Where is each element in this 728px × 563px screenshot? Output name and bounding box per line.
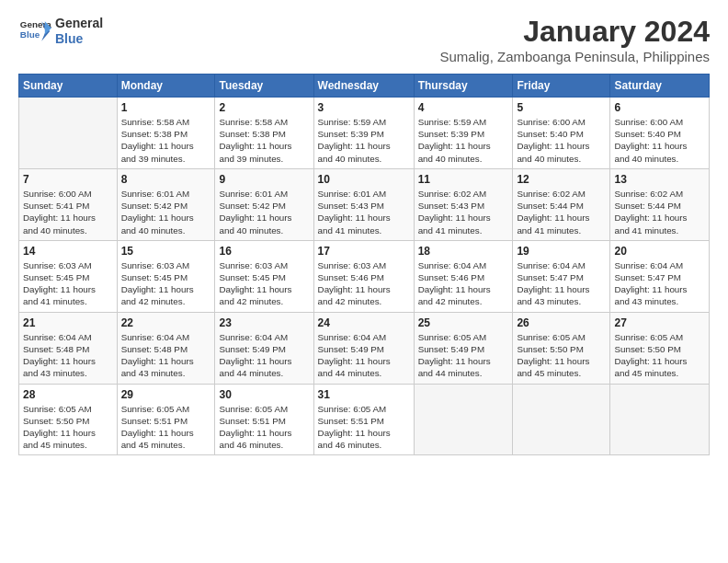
day-number: 19 bbox=[517, 245, 606, 258]
calendar-header: SundayMondayTuesdayWednesdayThursdayFrid… bbox=[19, 75, 710, 98]
day-info: Sunrise: 6:04 AMSunset: 5:47 PMDaylight:… bbox=[517, 259, 606, 308]
day-number: 5 bbox=[517, 101, 606, 114]
calendar-cell: 15Sunrise: 6:03 AMSunset: 5:45 PMDayligh… bbox=[117, 240, 215, 312]
day-number: 12 bbox=[517, 173, 606, 186]
logo-blue: Blue bbox=[55, 31, 103, 47]
day-info: Sunrise: 5:59 AMSunset: 5:39 PMDaylight:… bbox=[418, 116, 509, 165]
day-header-tuesday: Tuesday bbox=[215, 75, 313, 98]
calendar-cell bbox=[19, 98, 118, 169]
logo-icon: General Blue bbox=[18, 15, 51, 48]
calendar-week-5: 28Sunrise: 6:05 AMSunset: 5:50 PMDayligh… bbox=[19, 384, 710, 455]
day-number: 1 bbox=[121, 101, 211, 114]
day-info: Sunrise: 6:01 AMSunset: 5:42 PMDaylight:… bbox=[121, 188, 211, 236]
calendar-cell: 23Sunrise: 6:04 AMSunset: 5:49 PMDayligh… bbox=[215, 312, 313, 384]
day-number: 27 bbox=[614, 316, 705, 329]
logo: General Blue General Blue bbox=[18, 15, 103, 48]
calendar-cell: 21Sunrise: 6:04 AMSunset: 5:48 PMDayligh… bbox=[19, 312, 118, 384]
calendar: SundayMondayTuesdayWednesdayThursdayFrid… bbox=[18, 74, 710, 455]
day-info: Sunrise: 6:04 AMSunset: 5:48 PMDaylight:… bbox=[121, 331, 211, 380]
day-info: Sunrise: 6:05 AMSunset: 5:49 PMDaylight:… bbox=[418, 331, 509, 380]
day-info: Sunrise: 6:05 AMSunset: 5:51 PMDaylight:… bbox=[121, 403, 211, 452]
day-info: Sunrise: 6:05 AMSunset: 5:51 PMDaylight:… bbox=[219, 403, 309, 452]
day-number: 9 bbox=[219, 173, 309, 186]
calendar-cell: 6Sunrise: 6:00 AMSunset: 5:40 PMDaylight… bbox=[610, 98, 710, 169]
calendar-cell: 30Sunrise: 6:05 AMSunset: 5:51 PMDayligh… bbox=[215, 384, 313, 455]
main-title: January 2024 bbox=[439, 15, 710, 49]
calendar-cell: 11Sunrise: 6:02 AMSunset: 5:43 PMDayligh… bbox=[414, 168, 513, 240]
calendar-week-4: 21Sunrise: 6:04 AMSunset: 5:48 PMDayligh… bbox=[19, 312, 710, 384]
day-number: 2 bbox=[219, 101, 309, 114]
calendar-cell: 28Sunrise: 6:05 AMSunset: 5:50 PMDayligh… bbox=[19, 384, 118, 455]
calendar-cell: 16Sunrise: 6:03 AMSunset: 5:45 PMDayligh… bbox=[215, 240, 313, 312]
calendar-cell: 2Sunrise: 5:58 AMSunset: 5:38 PMDaylight… bbox=[215, 98, 313, 169]
calendar-cell: 4Sunrise: 5:59 AMSunset: 5:39 PMDaylight… bbox=[414, 98, 513, 169]
day-info: Sunrise: 5:58 AMSunset: 5:38 PMDaylight:… bbox=[121, 116, 211, 165]
day-number: 11 bbox=[418, 173, 509, 186]
day-header-monday: Monday bbox=[117, 75, 215, 98]
day-info: Sunrise: 6:05 AMSunset: 5:50 PMDaylight:… bbox=[517, 331, 606, 380]
day-header-thursday: Thursday bbox=[414, 75, 513, 98]
day-info: Sunrise: 6:03 AMSunset: 5:45 PMDaylight:… bbox=[23, 259, 113, 308]
day-header-sunday: Sunday bbox=[19, 75, 118, 98]
day-info: Sunrise: 6:03 AMSunset: 5:45 PMDaylight:… bbox=[219, 259, 309, 308]
calendar-cell bbox=[414, 384, 513, 455]
day-info: Sunrise: 6:00 AMSunset: 5:40 PMDaylight:… bbox=[517, 116, 606, 165]
day-number: 14 bbox=[23, 245, 113, 258]
day-number: 25 bbox=[418, 316, 509, 329]
day-info: Sunrise: 6:03 AMSunset: 5:45 PMDaylight:… bbox=[121, 259, 211, 308]
day-info: Sunrise: 6:02 AMSunset: 5:43 PMDaylight:… bbox=[418, 188, 509, 236]
calendar-cell: 31Sunrise: 6:05 AMSunset: 5:51 PMDayligh… bbox=[313, 384, 414, 455]
day-info: Sunrise: 6:05 AMSunset: 5:51 PMDaylight:… bbox=[318, 403, 410, 452]
header: General Blue General Blue January 2024 S… bbox=[18, 15, 710, 64]
day-info: Sunrise: 6:00 AMSunset: 5:40 PMDaylight:… bbox=[614, 116, 705, 165]
calendar-cell: 7Sunrise: 6:00 AMSunset: 5:41 PMDaylight… bbox=[19, 168, 118, 240]
day-info: Sunrise: 5:59 AMSunset: 5:39 PMDaylight:… bbox=[318, 116, 410, 165]
day-info: Sunrise: 6:01 AMSunset: 5:43 PMDaylight:… bbox=[318, 188, 410, 236]
day-number: 17 bbox=[318, 245, 410, 258]
calendar-cell: 29Sunrise: 6:05 AMSunset: 5:51 PMDayligh… bbox=[117, 384, 215, 455]
day-header-wednesday: Wednesday bbox=[313, 75, 414, 98]
day-number: 16 bbox=[219, 245, 309, 258]
day-header-friday: Friday bbox=[513, 75, 610, 98]
calendar-week-1: 1Sunrise: 5:58 AMSunset: 5:38 PMDaylight… bbox=[19, 98, 710, 169]
calendar-week-3: 14Sunrise: 6:03 AMSunset: 5:45 PMDayligh… bbox=[19, 240, 710, 312]
calendar-cell: 12Sunrise: 6:02 AMSunset: 5:44 PMDayligh… bbox=[513, 168, 610, 240]
day-info: Sunrise: 6:04 AMSunset: 5:49 PMDaylight:… bbox=[318, 331, 410, 380]
calendar-cell: 27Sunrise: 6:05 AMSunset: 5:50 PMDayligh… bbox=[610, 312, 710, 384]
day-info: Sunrise: 6:02 AMSunset: 5:44 PMDaylight:… bbox=[614, 188, 705, 236]
calendar-cell bbox=[513, 384, 610, 455]
calendar-cell: 13Sunrise: 6:02 AMSunset: 5:44 PMDayligh… bbox=[610, 168, 710, 240]
subtitle: Sumalig, Zamboanga Peninsula, Philippine… bbox=[439, 49, 710, 64]
calendar-cell bbox=[610, 384, 710, 455]
calendar-cell: 22Sunrise: 6:04 AMSunset: 5:48 PMDayligh… bbox=[117, 312, 215, 384]
day-number: 29 bbox=[121, 388, 211, 401]
day-number: 10 bbox=[318, 173, 410, 186]
day-number: 24 bbox=[318, 316, 410, 329]
day-number: 3 bbox=[318, 101, 410, 114]
day-number: 26 bbox=[517, 316, 606, 329]
calendar-week-2: 7Sunrise: 6:00 AMSunset: 5:41 PMDaylight… bbox=[19, 168, 710, 240]
day-info: Sunrise: 6:02 AMSunset: 5:44 PMDaylight:… bbox=[517, 188, 606, 236]
day-info: Sunrise: 6:04 AMSunset: 5:46 PMDaylight:… bbox=[418, 259, 509, 308]
day-header-saturday: Saturday bbox=[610, 75, 710, 98]
day-number: 20 bbox=[614, 245, 705, 258]
calendar-cell: 5Sunrise: 6:00 AMSunset: 5:40 PMDaylight… bbox=[513, 98, 610, 169]
calendar-cell: 20Sunrise: 6:04 AMSunset: 5:47 PMDayligh… bbox=[610, 240, 710, 312]
calendar-cell: 19Sunrise: 6:04 AMSunset: 5:47 PMDayligh… bbox=[513, 240, 610, 312]
calendar-cell: 17Sunrise: 6:03 AMSunset: 5:46 PMDayligh… bbox=[313, 240, 414, 312]
day-number: 23 bbox=[219, 316, 309, 329]
day-info: Sunrise: 6:00 AMSunset: 5:41 PMDaylight:… bbox=[23, 188, 113, 236]
day-info: Sunrise: 5:58 AMSunset: 5:38 PMDaylight:… bbox=[219, 116, 309, 165]
calendar-cell: 1Sunrise: 5:58 AMSunset: 5:38 PMDaylight… bbox=[117, 98, 215, 169]
calendar-cell: 14Sunrise: 6:03 AMSunset: 5:45 PMDayligh… bbox=[19, 240, 118, 312]
day-number: 18 bbox=[418, 245, 509, 258]
day-info: Sunrise: 6:03 AMSunset: 5:46 PMDaylight:… bbox=[318, 259, 410, 308]
logo-general: General bbox=[55, 16, 103, 31]
day-number: 30 bbox=[219, 388, 309, 401]
day-info: Sunrise: 6:04 AMSunset: 5:47 PMDaylight:… bbox=[614, 259, 705, 308]
day-number: 13 bbox=[614, 173, 705, 186]
day-number: 4 bbox=[418, 101, 509, 114]
day-number: 8 bbox=[121, 173, 211, 186]
day-info: Sunrise: 6:04 AMSunset: 5:48 PMDaylight:… bbox=[23, 331, 113, 380]
calendar-cell: 24Sunrise: 6:04 AMSunset: 5:49 PMDayligh… bbox=[313, 312, 414, 384]
